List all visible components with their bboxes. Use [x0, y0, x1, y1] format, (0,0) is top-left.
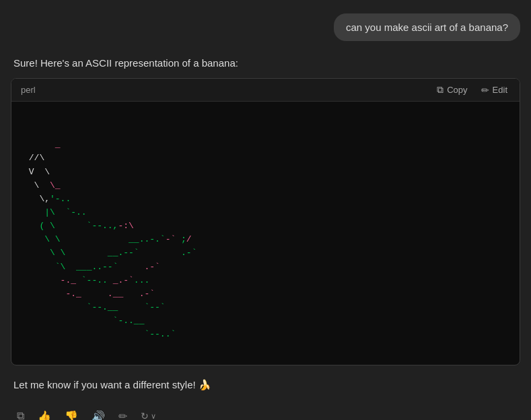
copy-page-button[interactable]: ⧉ — [13, 407, 28, 420]
thumbs-up-icon: 👍 — [38, 410, 51, 420]
edit-label: Edit — [493, 85, 507, 95]
chevron-down-icon: ∨ — [151, 412, 156, 420]
code-language-label: perl — [21, 85, 36, 95]
edit-response-icon: ✏ — [118, 410, 127, 420]
user-message-text: can you make ascii art of a banana? — [346, 22, 508, 33]
follow-up-text: Let me know if you want a different styl… — [11, 379, 520, 391]
thumbs-up-button[interactable]: 👍 — [34, 407, 55, 420]
copy-page-icon: ⧉ — [17, 410, 24, 420]
user-bubble: can you make ascii art of a banana? — [334, 13, 520, 41]
copy-label: Copy — [447, 85, 467, 95]
user-message-row: can you make ascii art of a banana? — [11, 13, 520, 41]
speaker-button[interactable]: 🔊 — [88, 407, 108, 420]
action-bar: ⧉ 👍 👎 🔊 ✏ ↻ ∨ — [11, 407, 520, 420]
thumbs-down-button[interactable]: 👎 — [61, 407, 81, 420]
regenerate-icon: ↻ — [141, 411, 149, 420]
edit-button[interactable]: ✏ Edit — [479, 83, 510, 97]
speaker-icon: 🔊 — [92, 410, 105, 420]
thumbs-down-icon: 👎 — [65, 410, 78, 420]
code-block-header: perl ⧉ Copy ✏ Edit — [11, 79, 520, 102]
code-content: _ //\ V \ \ \_ \,'-.. |\ `-.. ( \ `--..,… — [11, 102, 520, 365]
regenerate-button[interactable]: ↻ ∨ — [137, 408, 160, 420]
code-block: perl ⧉ Copy ✏ Edit _ //\ V \ \ \_ \,'-..… — [11, 78, 520, 365]
banana-ascii-art: _ //\ V \ \ \_ \,'-.. |\ `-.. ( \ `--..,… — [24, 139, 197, 339]
edit-response-button[interactable]: ✏ — [115, 407, 131, 420]
assistant-intro: Sure! Here's an ASCII representation of … — [11, 57, 520, 69]
copy-icon: ⧉ — [437, 84, 444, 96]
copy-button[interactable]: ⧉ Copy — [434, 83, 470, 97]
code-actions: ⧉ Copy ✏ Edit — [434, 83, 510, 97]
edit-icon: ✏ — [481, 85, 489, 96]
